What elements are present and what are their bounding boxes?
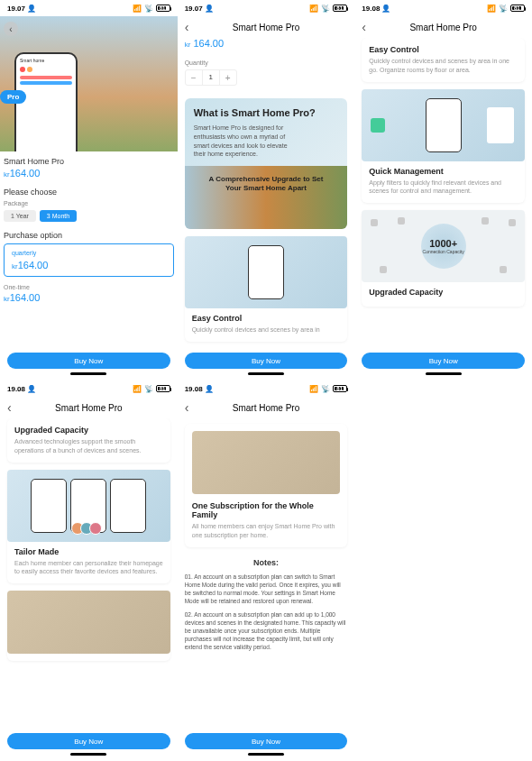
card-quick-management: Quick Management Apply filters to quickl… bbox=[362, 89, 525, 204]
note-2: 02. An account on a subscription plan ca… bbox=[185, 610, 348, 651]
package-pills: 1 Year 3 Month bbox=[4, 210, 174, 222]
phone-3: 19.08👤 📶📡81 ‹ Smart Home Pro Easy Contro… bbox=[354, 0, 532, 380]
purchase-option-label: Purchase option bbox=[4, 231, 174, 240]
card-easy-control: Easy Control Quickly control devices and… bbox=[185, 236, 348, 342]
product-name: Smart Home Pro bbox=[4, 157, 174, 166]
price: kr 164.00 bbox=[185, 38, 348, 49]
card-easy-control: Easy Control Quickly control devices and… bbox=[362, 38, 525, 82]
back-button[interactable]: ‹ bbox=[185, 400, 189, 415]
hero-image: ‹ Pro Smart home bbox=[0, 16, 178, 151]
buy-button[interactable]: Buy Now bbox=[7, 353, 170, 369]
back-button[interactable]: ‹ bbox=[4, 22, 18, 36]
card-tailor-made: Tailor Made Each home member can persona… bbox=[7, 470, 170, 584]
home-indicator[interactable] bbox=[70, 372, 106, 375]
buy-button[interactable]: Buy Now bbox=[362, 353, 525, 369]
back-button[interactable]: ‹ bbox=[185, 20, 189, 34]
pill-3month[interactable]: 3 Month bbox=[40, 210, 77, 222]
note-1: 01. An account on a subscription plan ca… bbox=[185, 573, 348, 605]
page-title: Smart Home Pro bbox=[185, 23, 348, 32]
quantity-stepper: − 1 + bbox=[185, 69, 237, 86]
buy-button[interactable]: Buy Now bbox=[185, 733, 348, 749]
option-quarterly[interactable]: quarterly kr164.00 bbox=[4, 243, 174, 277]
pro-badge: Pro bbox=[0, 90, 26, 104]
home-indicator[interactable] bbox=[248, 372, 284, 375]
promo-title: What is Smart Home Pro? bbox=[194, 107, 339, 118]
quantity-label: Quantity bbox=[185, 60, 348, 66]
phone-2: 19.07👤 📶📡81 ‹ Smart Home Pro kr 164.00 Q… bbox=[178, 0, 355, 380]
qty-value: 1 bbox=[202, 70, 220, 85]
pill-1year[interactable]: 1 Year bbox=[4, 210, 36, 222]
choose-label: Please choose bbox=[4, 188, 174, 197]
wifi-icon: 📡 bbox=[144, 5, 153, 13]
phone-5: 19.08👤 📶📡81 ‹ Smart Home Pro One Subscri… bbox=[178, 380, 355, 761]
card-family-preview bbox=[7, 591, 170, 661]
promo-desc: Smart Home Pro is designed for enthusias… bbox=[194, 124, 295, 159]
product-price: kr164.00 bbox=[4, 168, 174, 179]
card-upgraded-capacity: Upgraded Capacity Advanced technologies … bbox=[7, 418, 170, 463]
option-onetime[interactable]: One-time kr164.00 bbox=[4, 279, 174, 308]
status-time: 19.07 bbox=[7, 5, 25, 13]
signal-icon: 📶 bbox=[133, 5, 142, 13]
qty-increase[interactable]: + bbox=[220, 70, 236, 85]
notes-section: Notes: 01. An account on a subscription … bbox=[185, 558, 348, 652]
user-icon: 👤 bbox=[27, 5, 36, 13]
buy-button[interactable]: Buy Now bbox=[7, 733, 170, 749]
card-family-subscription: One Subscription for the Whole Family Al… bbox=[185, 424, 348, 547]
package-label: Package bbox=[4, 200, 174, 206]
promo-section: What is Smart Home Pro? Smart Home Pro i… bbox=[185, 98, 348, 229]
notes-title: Notes: bbox=[185, 558, 348, 567]
phone-1: 19.07👤 📶📡81 ‹ Pro Smart home Smart Home … bbox=[0, 0, 178, 380]
card-capacity: 1000+ Connection Capacity Upgraded Capac… bbox=[362, 210, 525, 307]
battery-icon: 81 bbox=[156, 5, 170, 12]
phone-4: 19.08👤 📶📡81 ‹ Smart Home Pro Upgraded Ca… bbox=[0, 380, 178, 761]
back-button[interactable]: ‹ bbox=[362, 20, 366, 34]
qty-decrease[interactable]: − bbox=[186, 70, 202, 85]
buy-button[interactable]: Buy Now bbox=[185, 353, 348, 369]
back-button[interactable]: ‹ bbox=[7, 400, 12, 415]
